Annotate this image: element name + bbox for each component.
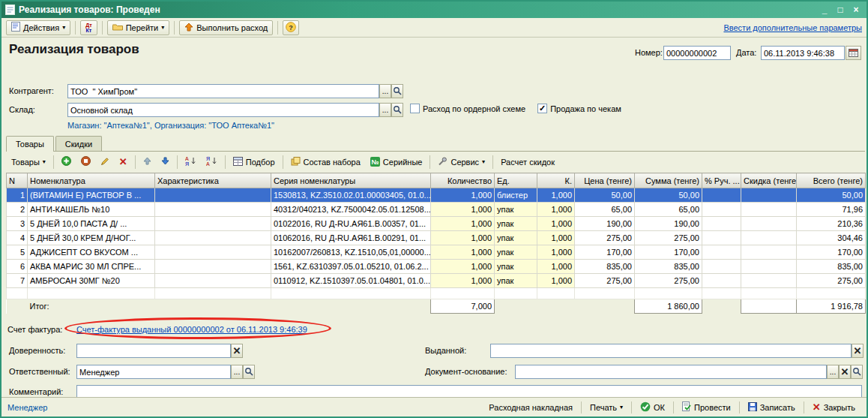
table-row[interactable]: 45 ДНЕЙ 30,0 КРЕМ Д/НОГ...01062016, RU Д… — [7, 231, 866, 245]
cell-unit[interactable]: упак — [495, 203, 537, 217]
cell-discount[interactable] — [741, 274, 797, 288]
column-header[interactable]: Скидка (тенге) — [741, 173, 797, 188]
cell-unit[interactable]: упак — [495, 217, 537, 231]
checkbox-box[interactable]: ✓ — [537, 104, 547, 113]
items-menu-button[interactable]: Товары ▾ — [7, 155, 49, 170]
cell-n[interactable]: 7 — [7, 274, 28, 288]
cell-price[interactable]: 835,00 — [575, 260, 635, 274]
cell-discount[interactable] — [741, 188, 797, 203]
column-header[interactable]: Всего (тенге) — [797, 173, 866, 188]
cell-name[interactable]: АКВА МАРИС 30 МЛ СПРЕ... — [28, 260, 155, 274]
attorney-clear-button[interactable]: ✕ — [231, 344, 243, 358]
cell-qty[interactable]: 1,000 — [431, 274, 495, 288]
cell-series[interactable]: 10162007/260813, KZ.1510,05,01,00000... — [271, 245, 431, 260]
cell-characteristic[interactable] — [155, 274, 271, 288]
cell-n[interactable]: 2 — [7, 203, 28, 217]
ok-button[interactable]: ОК — [635, 400, 670, 415]
cell-series[interactable]: 01062016, RU Д-RU.АЯ61.В.00291, 01... — [271, 231, 431, 245]
date-input[interactable] — [761, 46, 845, 60]
table-row[interactable]: 7АМБРОСАН 30МГ №200110912, KZ.1510397.05… — [7, 274, 866, 288]
responsible-input[interactable] — [76, 365, 231, 379]
checkbox-order-scheme[interactable]: Расход по ордерной схеме — [410, 104, 525, 113]
cell-discount[interactable] — [741, 217, 797, 231]
cell-n[interactable]: 4 — [7, 231, 28, 245]
copy-row-button[interactable] — [77, 155, 94, 170]
issued-input[interactable] — [490, 344, 852, 358]
cell-price[interactable]: 50,00 — [575, 188, 635, 203]
cell-qty[interactable]: 1,000 — [431, 203, 495, 217]
cell-sum[interactable]: 65,00 — [635, 203, 702, 217]
maximize-button[interactable]: □ — [834, 4, 847, 16]
cell-k[interactable]: 1,000 — [537, 188, 575, 203]
column-header[interactable]: Количество — [431, 173, 495, 188]
table-row[interactable]: 6АКВА МАРИС 30 МЛ СПРЕ...1561, KZ.631039… — [7, 260, 866, 274]
cell-sum[interactable]: 190,00 — [635, 217, 702, 231]
cell-n[interactable]: 3 — [7, 217, 28, 231]
cell-qty[interactable]: 1,000 — [431, 217, 495, 231]
cell-pct[interactable] — [702, 245, 741, 260]
cell-series[interactable]: 1561, KZ.6310397.05.01.05210, 01.06.2... — [271, 260, 431, 274]
cell-total[interactable]: 835,00 — [797, 260, 866, 274]
column-header[interactable]: % Руч. ... — [702, 173, 741, 188]
cell-pct[interactable] — [702, 274, 741, 288]
cell-name[interactable]: 5 ДНЕЙ 10,0 ПАСТА Д/ ... — [28, 217, 155, 231]
column-header[interactable]: N — [7, 173, 28, 188]
service-button[interactable]: Сервис ▾ — [434, 155, 489, 170]
pick-button[interactable]: Подбор — [229, 155, 279, 170]
counterparty-input[interactable] — [67, 84, 379, 98]
cell-characteristic[interactable] — [155, 188, 271, 203]
cell-characteristic[interactable] — [155, 260, 271, 274]
warehouse-choose-button[interactable]: ... — [379, 103, 391, 117]
cell-unit[interactable]: упак — [495, 274, 537, 288]
discount-calc-button[interactable]: Расчет скидок — [497, 155, 558, 170]
table-row[interactable]: 1(ВИТАМИН Е) РАСТВОР В ...1530813, KZ.35… — [7, 188, 866, 203]
cell-qty[interactable]: 1,000 — [431, 231, 495, 245]
cell-discount[interactable] — [741, 231, 797, 245]
cell-k[interactable]: 1,000 — [537, 231, 575, 245]
invoice-link[interactable]: Счет-фактура выданный 00000000002 от 06.… — [76, 325, 307, 334]
basis-open-button[interactable] — [851, 365, 863, 379]
column-header[interactable]: Сумма (тенге) — [635, 173, 702, 188]
cell-k[interactable]: 1,000 — [537, 203, 575, 217]
actions-button[interactable]: Действия ▾ — [6, 20, 70, 35]
table-row[interactable]: 35 ДНЕЙ 10,0 ПАСТА Д/ ...01022016, RU Д-… — [7, 217, 866, 231]
cell-total[interactable]: 50,00 — [797, 188, 866, 203]
additional-params-link[interactable]: Ввести дополнительные параметры — [723, 23, 862, 32]
add-row-button[interactable] — [58, 155, 75, 170]
print-button[interactable]: Печать ▾ — [585, 400, 628, 415]
cell-n[interactable]: 5 — [7, 245, 28, 260]
cell-discount[interactable] — [741, 203, 797, 217]
edit-row-button[interactable] — [97, 155, 113, 170]
cell-price[interactable]: 190,00 — [575, 217, 635, 231]
basis-clear-button[interactable]: ✕ — [839, 365, 851, 379]
cell-k[interactable]: 1,000 — [537, 260, 575, 274]
cell-total[interactable]: 275,00 — [797, 274, 866, 288]
cell-price[interactable]: 65,00 — [575, 203, 635, 217]
column-header[interactable]: Цена (тенге) — [575, 173, 635, 188]
cell-name[interactable]: 5 ДНЕЙ 30,0 КРЕМ Д/НОГ... — [28, 231, 155, 245]
warehouse-input[interactable] — [67, 103, 379, 117]
responsible-choose-button[interactable]: ... — [231, 365, 243, 379]
table-row[interactable]: 5АДЖИСЕПТ СО ВКУСОМ ...10162007/260813, … — [7, 245, 866, 260]
cell-total[interactable]: 210,36 — [797, 217, 866, 231]
cell-series[interactable]: 0110912, KZ.1510397.05.01.04801, 01.0... — [271, 274, 431, 288]
cell-qty[interactable]: 1,000 — [431, 245, 495, 260]
serial-numbers-button[interactable]: № Серийные — [367, 155, 427, 170]
cell-name[interactable]: АМБРОСАН 30МГ №20 — [28, 274, 155, 288]
move-down-button[interactable] — [157, 155, 173, 170]
cell-price[interactable]: 275,00 — [575, 231, 635, 245]
column-header[interactable]: Ед. — [495, 173, 537, 188]
cell-unit[interactable]: упак — [495, 231, 537, 245]
goto-button[interactable]: Перейти ▾ — [107, 20, 170, 35]
cell-pct[interactable] — [702, 188, 741, 203]
cell-n[interactable]: 6 — [7, 260, 28, 274]
issued-clear-button[interactable]: ✕ — [852, 344, 864, 358]
cell-unit[interactable]: упак — [495, 260, 537, 274]
attorney-input[interactable] — [76, 344, 231, 358]
cell-characteristic[interactable] — [155, 217, 271, 231]
basis-choose-button[interactable]: ... — [827, 365, 839, 379]
cell-pct[interactable] — [702, 260, 741, 274]
cell-sum[interactable]: 275,00 — [635, 231, 702, 245]
cell-price[interactable]: 170,00 — [575, 245, 635, 260]
column-header[interactable]: К. — [537, 173, 575, 188]
